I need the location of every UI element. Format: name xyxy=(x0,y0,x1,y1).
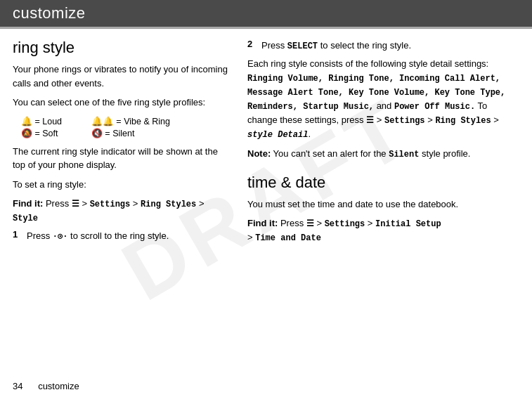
note-label: Note: xyxy=(247,148,271,159)
icon-vibe-sym: 🔔🔔 = Vibe & Ring xyxy=(91,115,217,127)
left-column: ring style Your phone rings or vibrates … xyxy=(13,36,231,391)
time-and-date-path: Time and Date xyxy=(255,233,321,243)
ring-styles-path: Ring Styles xyxy=(141,200,196,209)
find-it2-label: Find it: xyxy=(247,218,278,228)
find-it-time-date: Find it: Press ☰ > Settings > Initial Se… xyxy=(247,216,519,245)
ring-style-para4: To set a ring style: xyxy=(13,178,231,192)
icon-silent-sym: 🔇 = Silent xyxy=(91,127,217,139)
step-1-block: 1 Press ·⊙· to scroll to the ring style. xyxy=(13,229,231,243)
select-label: SELECT xyxy=(287,41,318,51)
icon-soft-sym: 🔕 = Soft xyxy=(21,127,91,139)
page-title: customize xyxy=(13,4,86,22)
menu-icon-1: ☰ xyxy=(72,200,79,209)
page-title-bar: customize xyxy=(0,0,532,28)
ring-style-icons: 🔔 = Loud 🔔🔔 = Vibe & Ring 🔕 = Soft 🔇 = S… xyxy=(21,115,217,139)
step-2-block: 2 Press SELECT to select the ring style. xyxy=(247,39,519,53)
page: customize ring style Your phone rings or… xyxy=(0,0,532,397)
step-1-num: 1 xyxy=(13,229,22,240)
style-path: Style xyxy=(13,214,38,223)
detail-para: Each ring style consists of the followin… xyxy=(247,57,519,141)
note-block: Note: You can't set an alert for the Sil… xyxy=(247,147,519,161)
page-footer: 34 customize xyxy=(13,381,79,391)
step-2-text: Press SELECT to select the ring style. xyxy=(261,39,411,53)
silent-ref: Silent xyxy=(389,150,419,160)
right-column: 2 Press SELECT to select the ring style.… xyxy=(247,36,519,391)
step-2-num: 2 xyxy=(247,39,257,49)
settings-path-1: Settings xyxy=(90,200,131,209)
ring-style-title: ring style xyxy=(13,39,231,57)
content-area: ring style Your phone rings or vibrates … xyxy=(0,29,532,391)
menu-icon-3: ☰ xyxy=(306,219,314,229)
detail-power-off: Power Off Music. xyxy=(394,102,475,112)
settings-path-3: Settings xyxy=(325,219,365,229)
ring-styles-path-2: Ring Styles xyxy=(435,116,491,126)
icon-loud-sym: 🔔 = Loud xyxy=(21,115,91,127)
page-number: 34 xyxy=(13,381,22,391)
ring-style-para1: Your phone rings or vibrates to notify y… xyxy=(13,63,231,90)
step-1-text: Press ·⊙· to scroll to the ring style. xyxy=(27,229,169,243)
find-it-label: Find it: xyxy=(13,198,43,209)
icon-row-1: 🔔 = Loud 🔔🔔 = Vibe & Ring xyxy=(21,115,217,127)
ring-style-para3: The current ring style indicator will be… xyxy=(13,145,231,172)
ring-style-para2: You can select one of the five ring styl… xyxy=(13,96,231,110)
style-detail-path: style Detail xyxy=(247,130,308,140)
settings-path-2: Settings xyxy=(384,116,425,126)
page-footer-label: customize xyxy=(38,381,79,391)
menu-icon-2: ☰ xyxy=(366,116,374,126)
time-date-title: time & date xyxy=(247,174,519,192)
find-it-ring-style: Find it: Press ☰ > Settings > Ring Style… xyxy=(13,197,231,225)
icon-row-2: 🔕 = Soft 🔇 = Silent xyxy=(21,127,217,139)
initial-setup-path: Initial Setup xyxy=(375,219,441,229)
step-2-area: 2 Press SELECT to select the ring style. xyxy=(247,39,519,53)
nav-icon: ·⊙· xyxy=(53,232,68,242)
time-date-para: You must set the time and date to use th… xyxy=(247,197,519,211)
